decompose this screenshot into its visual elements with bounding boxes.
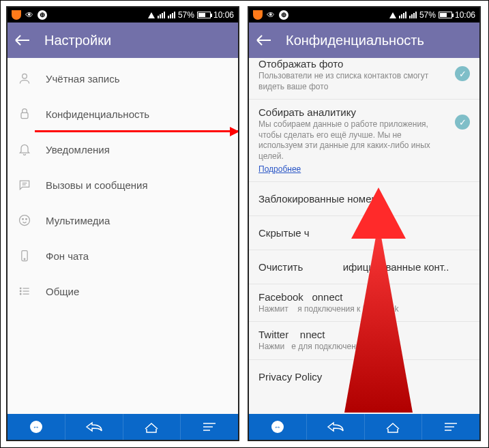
priv-title: Скрытые ч bbox=[258, 227, 310, 239]
clock: 10:06 bbox=[213, 10, 234, 20]
setting-label: Фон чата bbox=[46, 250, 89, 262]
back-key-icon bbox=[84, 421, 104, 433]
setting-item-wallpaper[interactable]: Фон чата bbox=[8, 238, 238, 273]
svg-rect-1 bbox=[21, 113, 28, 118]
priv-item-facebook[interactable]: Facebook onnect Нажмит я подключения к F… bbox=[249, 284, 479, 323]
app-circle-icon: ⊕ bbox=[279, 10, 288, 20]
setting-item-privacy[interactable]: Конфиденциальность bbox=[8, 96, 238, 132]
setting-item-media[interactable]: Мультимедиа bbox=[8, 203, 238, 238]
nav-recent[interactable] bbox=[181, 414, 238, 440]
home-key-icon bbox=[385, 421, 401, 433]
priv-subtitle: Мы собираем данные о работе приложения, … bbox=[258, 119, 448, 162]
recent-key-icon bbox=[202, 421, 217, 432]
setting-label: Общие bbox=[46, 286, 79, 297]
setting-label: Уведомления bbox=[46, 144, 110, 155]
priv-subtitle: Нажми е для подключения к Twitter bbox=[258, 342, 470, 353]
lock-icon bbox=[17, 106, 32, 121]
triangle-icon bbox=[148, 12, 155, 18]
nav-back[interactable] bbox=[65, 414, 123, 440]
priv-title: Заблокированные номера bbox=[258, 193, 383, 205]
app-header: Конфиденциальность bbox=[249, 23, 479, 58]
svg-point-5 bbox=[23, 219, 24, 220]
setting-label: Мультимедиа bbox=[46, 215, 110, 226]
nav-teamviewer[interactable]: ↔ bbox=[8, 414, 65, 440]
clock: 10:06 bbox=[455, 10, 475, 20]
priv-title: Собирать аналитику bbox=[258, 106, 448, 118]
priv-item-blocked[interactable]: Заблокированные номера bbox=[249, 182, 479, 216]
battery-icon bbox=[197, 12, 211, 18]
svg-point-0 bbox=[23, 74, 27, 78]
priv-link[interactable]: Подробнее bbox=[258, 164, 301, 174]
setting-label: Конфиденциальность bbox=[46, 108, 149, 120]
priv-item-analytics[interactable]: Собирать аналитику Мы собираем данные о … bbox=[249, 100, 479, 181]
chat-icon bbox=[17, 177, 32, 192]
page-title: Конфиденциальность bbox=[286, 33, 424, 48]
settings-list: Учётная запись Конфиденциальность Уведом… bbox=[8, 58, 238, 414]
home-key-icon bbox=[143, 421, 160, 433]
nav-teamviewer[interactable]: ↔ bbox=[249, 414, 307, 440]
page-title: Настройки bbox=[44, 33, 111, 48]
privacy-list: Отображать фото Пользователи не из списк… bbox=[249, 58, 479, 414]
priv-subtitle: Нажмит я подключения к Facebook bbox=[258, 304, 470, 315]
status-bar: 👁 ⊕ 57% 10:06 bbox=[249, 8, 479, 23]
shield-icon bbox=[12, 10, 21, 20]
svg-point-13 bbox=[20, 293, 21, 295]
shield-icon bbox=[253, 10, 263, 20]
priv-item-hidden[interactable]: Скрытые ч bbox=[249, 216, 479, 250]
toggle-on-icon[interactable]: ✓ bbox=[455, 115, 470, 130]
bell-icon bbox=[17, 142, 32, 157]
svg-point-11 bbox=[20, 290, 21, 292]
recent-key-icon bbox=[443, 421, 458, 432]
phone-left: 👁 ⊕ 57% 10:06 Настройки Учётная bbox=[6, 6, 239, 441]
back-icon[interactable] bbox=[257, 40, 271, 41]
app-circle-icon: ⊕ bbox=[38, 10, 47, 20]
phone-right: 👁 ⊕ 57% 10:06 Конфиденциальность Отображ… bbox=[248, 6, 481, 441]
signal-icon-2 bbox=[409, 12, 417, 18]
back-key-icon bbox=[325, 421, 346, 433]
teamviewer-icon: ↔ bbox=[271, 421, 284, 433]
triangle-icon bbox=[389, 12, 396, 18]
priv-title: Facebook onnect bbox=[258, 291, 470, 303]
toggle-on-icon[interactable]: ✓ bbox=[455, 66, 470, 81]
setting-item-account[interactable]: Учётная запись bbox=[8, 61, 238, 96]
priv-title: Twitter nnect bbox=[258, 329, 470, 340]
svg-point-4 bbox=[20, 215, 30, 226]
app-header: Настройки bbox=[8, 23, 238, 58]
priv-item-twitter[interactable]: Twitter nnect Нажми е для подключения к … bbox=[249, 322, 479, 360]
setting-label: Учётная запись bbox=[46, 73, 120, 85]
setting-item-calls[interactable]: Вызовы и сообщения bbox=[8, 167, 238, 203]
back-icon[interactable] bbox=[16, 40, 29, 41]
nav-bar: ↔ bbox=[249, 414, 479, 440]
nav-home[interactable] bbox=[365, 414, 423, 440]
priv-item-clear[interactable]: Очистить ифицированные конт.. bbox=[249, 250, 479, 284]
battery-percent: 57% bbox=[178, 10, 194, 20]
face-icon bbox=[17, 213, 32, 228]
nav-back[interactable] bbox=[307, 414, 365, 440]
priv-title: Очистить ифицированные конт.. bbox=[258, 261, 449, 273]
person-icon bbox=[17, 71, 32, 86]
nav-home[interactable] bbox=[123, 414, 181, 440]
battery-icon bbox=[439, 12, 452, 18]
phone-icon bbox=[17, 248, 32, 263]
priv-item-policy[interactable]: Privacy Policy bbox=[249, 360, 479, 393]
signal-icon bbox=[399, 12, 406, 18]
signal-icon bbox=[158, 12, 165, 18]
svg-point-8 bbox=[24, 258, 25, 260]
setting-item-general[interactable]: Общие bbox=[8, 273, 238, 309]
priv-subtitle: Пользователи не из списка контактов смог… bbox=[258, 71, 448, 92]
priv-title: Privacy Policy bbox=[258, 371, 322, 383]
setting-label: Вызовы и сообщения bbox=[46, 179, 148, 191]
list-icon bbox=[17, 284, 32, 299]
setting-item-notifications[interactable]: Уведомления bbox=[8, 132, 238, 167]
status-bar: 👁 ⊕ 57% 10:06 bbox=[8, 8, 238, 23]
nav-bar: ↔ bbox=[8, 414, 238, 440]
signal-icon-2 bbox=[168, 12, 175, 18]
priv-item-show-photo[interactable]: Отображать фото Пользователи не из списк… bbox=[249, 58, 479, 100]
nav-recent[interactable] bbox=[422, 414, 479, 440]
svg-point-9 bbox=[20, 288, 21, 289]
teamviewer-icon: ↔ bbox=[30, 421, 42, 433]
battery-percent: 57% bbox=[419, 10, 436, 20]
priv-title: Отображать фото bbox=[258, 58, 448, 70]
eye-icon: 👁 bbox=[25, 10, 33, 20]
svg-point-6 bbox=[26, 219, 27, 220]
